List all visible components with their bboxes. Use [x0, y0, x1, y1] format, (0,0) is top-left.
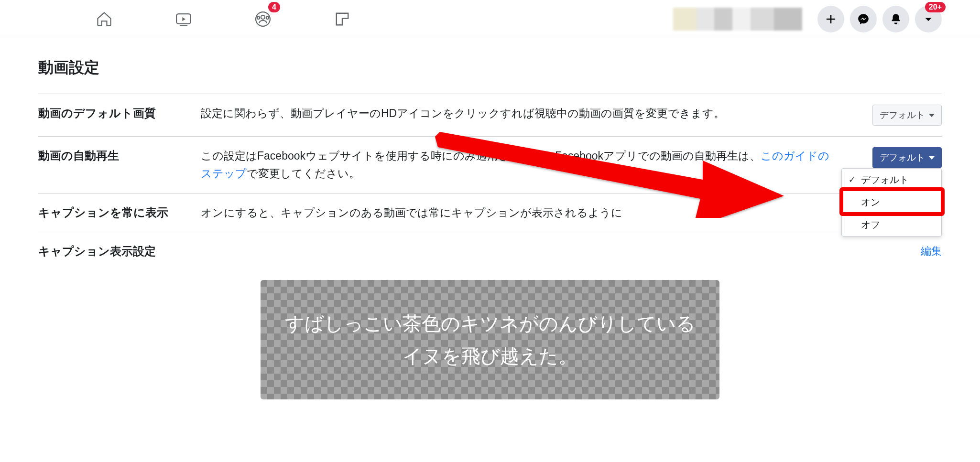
dropdown-option-default[interactable]: デフォルト: [842, 169, 941, 191]
caret-down-icon: [929, 114, 935, 117]
edit-link[interactable]: 編集: [921, 244, 942, 258]
select-value: デフォルト: [880, 151, 925, 164]
desc-text: で変更してください。: [247, 167, 360, 180]
desc-text: この設定はFacebookウェブサイトを使用する時にのみ適用されます。Faceb…: [201, 150, 761, 162]
account-button[interactable]: 20+: [915, 6, 942, 32]
home-icon: [95, 10, 113, 28]
row-captions-always: キャプションを常に表示 オンにすると、キャプションのある動画では常にキャプション…: [38, 193, 942, 233]
caret-down-icon: [922, 13, 935, 25]
row-autoplay: 動画の自動再生 この設定はFacebookウェブサイトを使用する時にのみ適用され…: [38, 137, 942, 193]
page-title: 動画設定: [38, 57, 942, 78]
settings-list: 動画のデフォルト画質 設定に関わらず、動画プレイヤーのHDアイコンをクリックすれ…: [38, 94, 942, 399]
dropdown-option-off[interactable]: オフ: [842, 214, 941, 236]
row-desc: オンにすると、キャプションのある動画では常にキャプションが表示されるように: [201, 204, 837, 222]
nav-home[interactable]: [91, 6, 118, 32]
autoplay-select[interactable]: デフォルト: [872, 147, 942, 168]
nav-gaming[interactable]: [329, 6, 356, 32]
watch-icon: [174, 10, 193, 28]
caption-preview: すばしっこい茶色のキツネがのんびりしているイヌを飛び越えた。: [261, 280, 719, 399]
quality-select[interactable]: デフォルト: [872, 105, 942, 126]
groups-badge: 4: [268, 2, 280, 12]
caption-preview-text: すばしっこい茶色のキツネがのんびりしているイヌを飛び越えた。: [261, 307, 719, 372]
account-badge: 20+: [925, 2, 946, 12]
row-desc: 設定に関わらず、動画プレイヤーのHDアイコンをクリックすれば視聴中の動画の画質を…: [201, 105, 837, 122]
row-label: キャプション表示設定: [38, 243, 911, 260]
plus-icon: [825, 13, 837, 25]
row-control: デフォルト デフォルト オン オフ: [846, 147, 942, 168]
caret-down-icon: [929, 156, 935, 160]
row-video-quality: 動画のデフォルト画質 設定に関わらず、動画プレイヤーのHDアイコンをクリックすれ…: [38, 94, 942, 137]
messenger-button[interactable]: [850, 6, 877, 32]
select-value: デフォルト: [880, 109, 925, 121]
messenger-icon: [857, 13, 870, 25]
row-label: 動画の自動再生: [38, 147, 191, 164]
nav-watch[interactable]: [170, 6, 197, 32]
svg-point-2: [261, 15, 265, 19]
nav-tabs: 4: [91, 6, 356, 32]
notifications-button[interactable]: [882, 6, 909, 32]
row-control: デフォルト: [846, 105, 942, 126]
row-caption-display: キャプション表示設定 編集: [38, 232, 942, 270]
autoplay-dropdown: デフォルト オン オフ: [841, 168, 942, 236]
nav-groups[interactable]: 4: [250, 6, 276, 32]
svg-point-3: [257, 16, 260, 19]
row-label: キャプションを常に表示: [38, 204, 191, 221]
dropdown-option-on[interactable]: オン: [842, 191, 941, 214]
bell-icon: [890, 13, 902, 25]
content: 動画設定 動画のデフォルト画質 設定に関わらず、動画プレイヤーのHDアイコンをク…: [0, 38, 980, 399]
nav-right: 20+: [673, 6, 942, 32]
top-nav: 4 20+: [0, 0, 980, 38]
gaming-icon: [333, 10, 351, 28]
row-label: 動画のデフォルト画質: [38, 105, 191, 122]
svg-point-4: [266, 16, 269, 19]
groups-icon: [254, 10, 272, 28]
create-button[interactable]: [817, 6, 844, 32]
row-desc: この設定はFacebookウェブサイトを使用する時にのみ適用されます。Faceb…: [201, 147, 837, 183]
autoplay-select-wrap: デフォルト デフォルト オン オフ: [872, 147, 942, 168]
profile-redacted[interactable]: [673, 8, 802, 31]
